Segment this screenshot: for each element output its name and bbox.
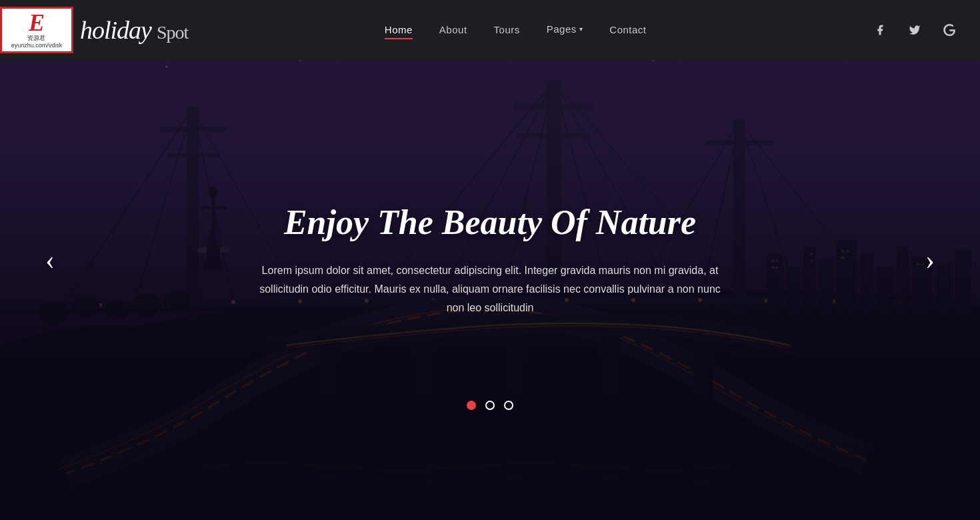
- hero-section: Enjoy The Beauty Of Nature Lorem ipsum d…: [0, 0, 980, 520]
- nav-item-about[interactable]: About: [439, 24, 467, 36]
- hero-description: Lorem ipsum dolor sit amet, consectetur …: [257, 261, 723, 317]
- slider-next-button[interactable]: ›: [913, 240, 947, 280]
- logo-sub-line2: eyunzhu.com/vdisk: [11, 42, 63, 49]
- nav-item-home[interactable]: Home: [385, 24, 413, 36]
- nav-link-pages[interactable]: Pages ▾: [547, 23, 583, 37]
- slider-prev-button[interactable]: ‹: [33, 240, 67, 280]
- hero-title: Enjoy The Beauty Of Nature: [257, 203, 723, 243]
- slider-dot-1[interactable]: [467, 401, 476, 410]
- logo-badge: E 资源君 eyunzhu.com/vdisk: [0, 7, 73, 53]
- nav-link-contact[interactable]: Contact: [609, 24, 646, 38]
- logo-area: E 资源君 eyunzhu.com/vdisk holidaySpot: [0, 0, 188, 60]
- brand-name: holidaySpot: [80, 15, 188, 45]
- pages-dropdown-arrow: ▾: [579, 25, 583, 33]
- slider-dots: [467, 401, 513, 410]
- nav-item-contact[interactable]: Contact: [609, 24, 646, 36]
- logo-sub-text: 资源君 eyunzhu.com/vdisk: [11, 35, 63, 49]
- nav-link-tours[interactable]: Tours: [494, 24, 520, 38]
- navbar: E 资源君 eyunzhu.com/vdisk holidaySpot Home…: [0, 0, 980, 60]
- brand-spot: Spot: [157, 22, 188, 43]
- nav-link-about[interactable]: About: [439, 24, 467, 38]
- nav-link-home[interactable]: Home: [385, 24, 413, 39]
- nav-item-tours[interactable]: Tours: [494, 24, 520, 36]
- logo-letter: E: [29, 11, 45, 35]
- logo-sub-line1: 资源君: [27, 35, 45, 41]
- hero-content: Enjoy The Beauty Of Nature Lorem ipsum d…: [257, 203, 723, 317]
- social-icons: [869, 19, 960, 41]
- nav-links: Home About Tours Pages ▾ Contact: [385, 23, 647, 37]
- slider-dot-2[interactable]: [485, 401, 495, 410]
- googleplus-icon[interactable]: [939, 19, 960, 41]
- nav-item-pages[interactable]: Pages ▾: [547, 23, 583, 37]
- slider-dot-3[interactable]: [504, 401, 513, 410]
- brand-holiday: holiday: [80, 16, 151, 44]
- facebook-icon[interactable]: [869, 19, 891, 41]
- twitter-icon[interactable]: [904, 19, 925, 41]
